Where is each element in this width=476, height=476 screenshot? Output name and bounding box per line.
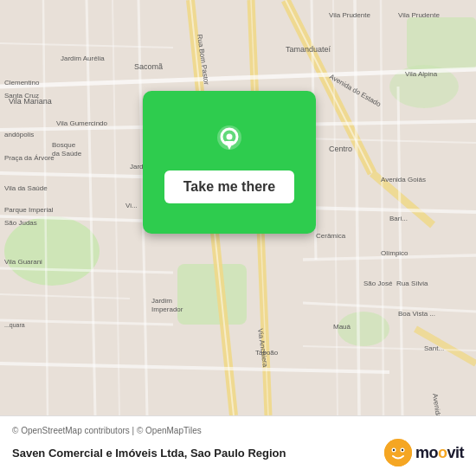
moovit-brand-text: moovit — [415, 444, 464, 462]
svg-text:Cerâmica: Cerâmica — [316, 232, 346, 240]
svg-rect-4 — [407, 17, 476, 69]
svg-text:Mauá: Mauá — [333, 323, 351, 331]
svg-text:Vila Prudente: Vila Prudente — [329, 11, 370, 19]
svg-text:Tamanduateí: Tamanduateí — [286, 45, 331, 54]
svg-point-1 — [4, 216, 100, 286]
svg-text:Santa Cruz: Santa Cruz — [4, 92, 39, 100]
place-name: Saven Comercial e Imóveis Ltda, Sao Paul… — [12, 447, 286, 460]
svg-text:Imperador: Imperador — [151, 306, 183, 313]
action-card[interactable]: Take me there — [143, 91, 316, 234]
svg-text:Vila da Saúde: Vila da Saúde — [4, 184, 48, 192]
svg-point-77 — [227, 133, 233, 139]
svg-rect-2 — [177, 264, 247, 325]
svg-text:Jardim: Jardim — [151, 297, 172, 305]
moovit-logo: moovit — [384, 439, 464, 466]
svg-text:Sacomã: Sacomã — [134, 62, 163, 71]
svg-text:São Judas: São Judas — [4, 219, 37, 227]
svg-text:Vi...: Vi... — [125, 202, 138, 209]
svg-text:Vila Alpina: Vila Alpina — [405, 70, 438, 78]
svg-text:Bosque: Bosque — [52, 141, 76, 149]
svg-text:Vila Gumercindo: Vila Gumercindo — [56, 119, 108, 127]
map-container: Vila Mariana Jardim Aurélia Clementino S… — [0, 0, 476, 415]
svg-point-83 — [402, 449, 403, 451]
svg-text:...quara: ...quara — [4, 322, 25, 329]
svg-point-79 — [384, 439, 412, 466]
svg-text:Centro: Centro — [329, 145, 352, 153]
svg-text:andópolis: andópolis — [4, 131, 34, 138]
svg-text:Praça da Árvore: Praça da Árvore — [4, 154, 55, 162]
svg-text:São José: São José — [363, 280, 393, 287]
take-me-there-button[interactable]: Take me there — [164, 170, 294, 203]
svg-text:Vila Prudente: Vila Prudente — [398, 11, 440, 19]
place-info-row: Saven Comercial e Imóveis Ltda, Sao Paul… — [12, 439, 464, 466]
svg-text:Vila Guarani: Vila Guarani — [4, 258, 42, 266]
svg-text:Clementino: Clementino — [4, 79, 40, 87]
svg-text:Rua Sílvia: Rua Sílvia — [396, 280, 428, 287]
footer: © OpenStreetMap contributors | © OpenMap… — [0, 415, 476, 476]
svg-text:da Saúde: da Saúde — [52, 150, 82, 158]
svg-text:Sant...: Sant... — [424, 344, 444, 352]
location-pin-icon — [210, 122, 248, 160]
attribution-text: © OpenStreetMap contributors | © OpenMap… — [12, 426, 464, 435]
svg-text:Parque Imperial: Parque Imperial — [4, 206, 54, 214]
svg-text:Olímpico: Olímpico — [381, 249, 408, 257]
svg-point-82 — [393, 449, 395, 451]
svg-text:Boa Vista ...: Boa Vista ... — [398, 310, 435, 318]
svg-text:Avenida Goiás: Avenida Goiás — [381, 176, 426, 183]
moovit-face-icon — [384, 439, 412, 466]
svg-text:Bari...: Bari... — [389, 215, 408, 222]
svg-text:Jardim Aurélia: Jardim Aurélia — [61, 55, 105, 62]
